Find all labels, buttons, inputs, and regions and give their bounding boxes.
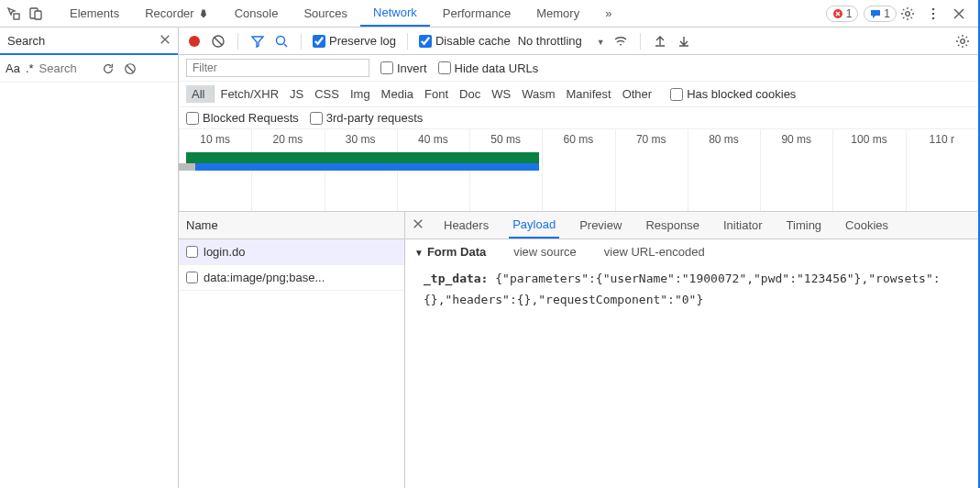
svg-point-9 [189,36,200,47]
wf-tick: 10 ms [179,133,251,146]
error-badge[interactable]: 1 [826,6,859,22]
type-filter-bar: All Fetch/XHR JS CSS Img Media Font Doc … [179,82,978,107]
clear-icon[interactable] [122,61,138,77]
type-js[interactable]: JS [284,85,309,103]
wf-tick: 80 ms [688,133,760,146]
type-media[interactable]: Media [376,85,419,103]
upload-icon[interactable] [652,33,668,50]
kebab-icon[interactable] [925,6,941,22]
preserve-log-checkbox[interactable]: Preserve log [313,34,396,48]
tab-payload[interactable]: Payload [509,212,559,238]
type-all[interactable]: All [186,85,215,103]
wf-tick: 90 ms [760,133,832,146]
type-fetch[interactable]: Fetch/XHR [215,85,284,103]
request-row[interactable]: login.do [179,239,404,265]
tab-network[interactable]: Network [360,0,430,27]
disable-cache-checkbox[interactable]: Disable cache [419,34,511,48]
svg-point-7 [932,17,935,19]
type-ws[interactable]: WS [486,85,516,103]
blocked-requests-checkbox[interactable]: Blocked Requests [186,111,299,125]
waterfall-overview[interactable]: 10 ms 20 ms 30 ms 40 ms 50 ms 60 ms 70 m… [179,129,978,212]
svg-point-12 [961,39,965,43]
svg-rect-2 [35,11,41,19]
tabs-overflow[interactable]: » [592,0,624,27]
name-column-header[interactable]: Name [179,212,404,239]
wf-tick: 20 ms [251,133,324,146]
type-other[interactable]: Other [617,85,658,103]
regex-toggle[interactable]: .* [26,61,34,75]
type-css[interactable]: CSS [309,85,345,103]
type-font[interactable]: Font [419,85,454,103]
tab-console[interactable]: Console [222,0,292,27]
request-list: Name login.do data:image/png;base... [179,212,405,488]
wf-tick: 70 ms [615,133,688,146]
svg-point-6 [932,12,935,15]
device-toggle-icon[interactable] [28,6,44,22]
wf-tick: 40 ms [397,133,469,146]
search-icon[interactable] [273,33,290,50]
wf-bar [195,163,539,171]
wf-tick: 60 ms [542,133,614,146]
filter-bar: Invert Hide data URLs [179,55,978,82]
tab-recorder[interactable]: Recorder [132,0,221,27]
request-detail: Headers Payload Preview Response Initiat… [405,212,978,488]
network-toolbar: Preserve log Disable cache No throttling [179,28,978,55]
message-badge[interactable]: 1 [864,6,897,22]
form-data-group[interactable]: Form Data [414,245,486,259]
filter-icon[interactable] [249,33,266,50]
tab-sources[interactable]: Sources [291,0,360,27]
svg-point-4 [906,11,910,16]
view-source-link[interactable]: view source [513,245,577,259]
wf-tick: 50 ms [469,133,542,146]
tab-initiator[interactable]: Initiator [720,212,766,238]
devtools-tab-bar: Elements Recorder Console Sources Networ… [0,0,978,28]
case-toggle[interactable]: Aa [6,61,20,75]
clear-log-icon[interactable] [210,33,226,50]
tab-memory[interactable]: Memory [523,0,592,27]
type-manifest[interactable]: Manifest [560,85,616,103]
tab-response[interactable]: Response [642,212,703,238]
view-urlencoded-link[interactable]: view URL-encoded [604,245,705,259]
svg-point-11 [277,36,285,44]
record-icon[interactable] [186,33,203,50]
request-row[interactable]: data:image/png;base... [179,265,404,291]
search-input[interactable] [39,61,94,75]
inspect-icon[interactable] [6,6,22,22]
invert-checkbox[interactable]: Invert [380,61,427,75]
wf-tick: 100 ms [832,133,905,146]
close-icon[interactable] [951,6,967,22]
has-blocked-checkbox[interactable]: Has blocked cookies [670,87,796,101]
tab-elements[interactable]: Elements [57,0,132,27]
search-panel: Search Aa .* [0,28,179,488]
svg-point-5 [932,7,935,10]
panel-gear-icon[interactable] [954,33,971,50]
type-wasm[interactable]: Wasm [516,85,560,103]
wf-bar [186,152,539,163]
tab-performance[interactable]: Performance [430,0,523,27]
search-title: Search [7,34,160,48]
wf-tick: 30 ms [325,133,397,146]
tab-timing[interactable]: Timing [783,212,826,238]
detail-close-icon[interactable] [413,218,424,232]
filter-input[interactable] [186,59,369,77]
payload-body: _tp_data: {"parameters":{"userName":"190… [405,264,978,315]
wifi-icon[interactable] [612,33,629,50]
wf-tick: 110 r [906,133,978,146]
wf-bar [179,163,195,171]
type-img[interactable]: Img [345,85,376,103]
tab-cookies[interactable]: Cookies [842,212,892,238]
download-icon[interactable] [676,33,692,50]
search-close-icon[interactable] [160,34,171,48]
tab-headers[interactable]: Headers [440,212,492,238]
svg-rect-0 [14,14,19,19]
refresh-icon[interactable] [100,61,116,77]
tab-preview[interactable]: Preview [576,212,625,238]
extra-filter-bar: Blocked Requests 3rd-party requests [179,107,978,129]
gear-icon[interactable] [899,6,916,22]
third-party-checkbox[interactable]: 3rd-party requests [310,111,424,125]
throttling-select[interactable]: No throttling [518,34,605,48]
type-doc[interactable]: Doc [454,85,486,103]
hide-data-urls-checkbox[interactable]: Hide data URLs [438,61,539,75]
